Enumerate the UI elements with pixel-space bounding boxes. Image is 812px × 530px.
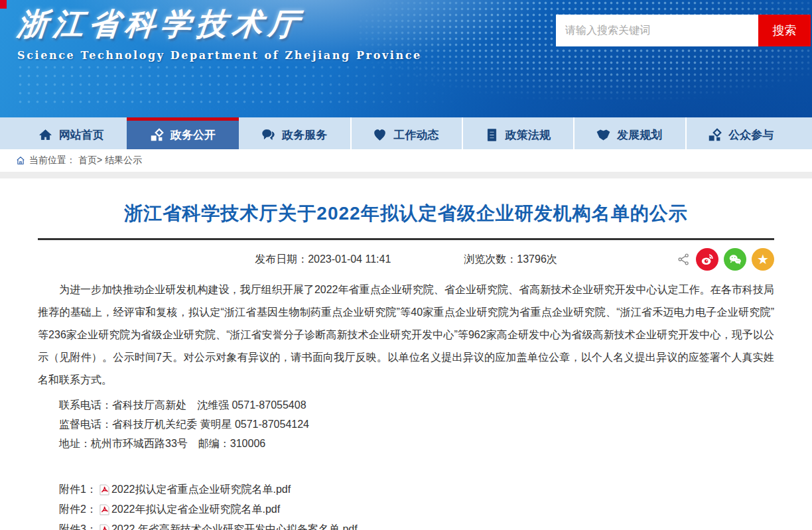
nav-item-home[interactable]: 网站首页 bbox=[15, 117, 127, 149]
chat-bubbles-icon bbox=[261, 128, 275, 142]
article-content: 浙江省科学技术厅关于2022年拟认定省级企业研发机构名单的公示 发布日期：202… bbox=[0, 201, 812, 530]
attachment-row: 附件1： 2022拟认定省重点企业研究院名单.pdf bbox=[38, 480, 774, 499]
nav-item-gov-service[interactable]: 政务服务 bbox=[239, 117, 350, 149]
attachment-link[interactable]: 2022拟认定省重点企业研究院名单.pdf bbox=[111, 480, 291, 499]
breadcrumb: 当前位置： 首页> 结果公示 bbox=[0, 149, 812, 172]
publish-date-label: 发布日期： bbox=[255, 253, 308, 265]
gov-open-icon bbox=[150, 128, 164, 142]
attachment-label: 附件1： bbox=[59, 480, 97, 499]
view-count-label: 浏览次数： bbox=[464, 253, 517, 265]
wechat-share-icon[interactable] bbox=[724, 248, 746, 271]
home-small-icon bbox=[16, 156, 25, 165]
attachment-row: 附件2： 2022年拟认定省企业研究院名单.pdf bbox=[38, 499, 774, 519]
search-bar: 搜索 bbox=[556, 15, 811, 46]
nav-item-policy[interactable]: 政策法规 bbox=[462, 117, 573, 149]
nav-item-label: 发展规划 bbox=[617, 127, 662, 143]
qzone-share-icon[interactable]: ★ bbox=[752, 248, 774, 271]
document-icon bbox=[485, 128, 499, 142]
breadcrumb-home-link[interactable]: 首页> bbox=[78, 155, 102, 166]
weibo-share-icon[interactable] bbox=[696, 248, 718, 271]
site-header: 浙江省科学技术厅 Science Technology Department o… bbox=[0, 0, 812, 117]
view-count: 浏览次数：13796次 bbox=[464, 253, 557, 267]
nav-item-gov-open[interactable]: 政务公开 bbox=[127, 117, 238, 149]
section-divider-strip bbox=[0, 172, 812, 178]
attachment-list: 附件1： 2022拟认定省重点企业研究院名单.pdf 附件2： 2022年拟认定… bbox=[38, 480, 774, 530]
handshake-icon bbox=[596, 128, 610, 142]
nav-item-participation[interactable]: 公众参与 bbox=[685, 117, 797, 149]
article-meta: 发布日期：2023-01-04 11:41 浏览次数：13796次 ★ bbox=[38, 240, 774, 279]
star-glyph: ★ bbox=[757, 253, 769, 266]
site-logo-chinese: 浙江省科学技术厅 bbox=[15, 4, 305, 45]
pdf-file-icon bbox=[100, 484, 109, 496]
publish-date: 发布日期：2023-01-04 11:41 bbox=[255, 253, 391, 267]
attachment-row: 附件3： 2022 年省高新技术企业研究开发中心拟备案名单.pdf bbox=[38, 519, 774, 530]
view-count-value: 13796次 bbox=[517, 253, 557, 265]
nav-item-planning[interactable]: 发展规划 bbox=[573, 117, 685, 149]
contact-info: 联系电话：省科技厅高新处 沈维强 0571-87055408 监督电话：省科技厅… bbox=[38, 395, 774, 453]
contact-phone-line: 联系电话：省科技厅高新处 沈维强 0571-87055408 bbox=[38, 395, 774, 415]
breadcrumb-label: 当前位置： bbox=[29, 155, 76, 166]
blocks-icon bbox=[708, 128, 722, 142]
search-button[interactable]: 搜索 bbox=[758, 15, 811, 46]
nav-item-label: 工作动态 bbox=[393, 127, 439, 143]
dot-wave-decoration bbox=[16, 63, 462, 109]
corner-red-mark bbox=[0, 0, 7, 9]
publish-date-value: 2023-01-04 11:41 bbox=[308, 253, 391, 265]
article-paragraph: 为进一步加快推动企业研发机构建设，我厅组织开展了2022年省重点企业研究院、省企… bbox=[38, 279, 774, 391]
attachment-link[interactable]: 2022年拟认定省企业研究院名单.pdf bbox=[111, 499, 280, 519]
pdf-file-icon bbox=[100, 524, 109, 530]
share-icon[interactable] bbox=[677, 253, 691, 266]
search-input[interactable] bbox=[556, 15, 758, 46]
share-toolbar: ★ bbox=[677, 248, 774, 271]
nav-item-label: 政策法规 bbox=[506, 127, 551, 143]
site-logo-english: Science Technology Department of Zhejian… bbox=[17, 49, 422, 62]
attachment-link[interactable]: 2022 年省高新技术企业研究开发中心拟备案名单.pdf bbox=[111, 519, 358, 530]
nav-item-label: 公众参与 bbox=[728, 127, 774, 143]
page-title: 浙江省科学技术厅关于2022年拟认定省级企业研发机构名单的公示 bbox=[38, 201, 774, 226]
heart-icon bbox=[373, 128, 387, 142]
main-navigation: 网站首页 政务公开 政务服务 工作动态 政策法规 bbox=[0, 117, 812, 149]
attachment-label: 附件3： bbox=[59, 519, 97, 530]
pdf-file-icon bbox=[100, 504, 109, 515]
nav-item-label: 政务服务 bbox=[282, 127, 327, 143]
attachment-label: 附件2： bbox=[59, 499, 97, 519]
nav-item-label: 政务公开 bbox=[170, 127, 216, 143]
nav-item-label: 网站首页 bbox=[59, 127, 104, 143]
home-icon bbox=[38, 128, 52, 142]
supervision-phone-line: 监督电话：省科技厅机关纪委 黄明星 0571-87054124 bbox=[38, 415, 774, 434]
address-line: 地址：杭州市环城西路33号 邮编：310006 bbox=[38, 434, 774, 453]
nav-item-work-news[interactable]: 工作动态 bbox=[350, 117, 462, 149]
breadcrumb-current: 结果公示 bbox=[105, 155, 142, 166]
